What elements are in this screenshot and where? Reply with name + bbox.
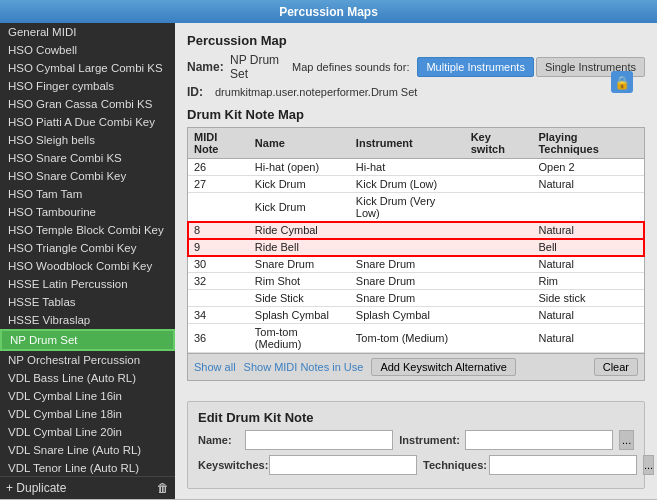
sidebar-item-14[interactable]: HSSE Latin Percussion xyxy=(0,275,175,293)
edit-section: Edit Drum Kit Note Name: Instrument: ...… xyxy=(187,401,645,489)
sidebar-item-1[interactable]: HSO Cowbell xyxy=(0,41,175,59)
edit-instrument-input[interactable] xyxy=(465,430,613,450)
drum-table-wrapper: MIDI Note Name Instrument Key switch Pla… xyxy=(187,127,645,381)
table-cell: Hi-hat xyxy=(350,159,465,176)
table-cell: Natural xyxy=(532,324,644,353)
clear-button[interactable]: Clear xyxy=(594,358,638,376)
sidebar-item-6[interactable]: HSO Sleigh bells xyxy=(0,131,175,149)
table-row[interactable]: 30Snare DrumSnare DrumNatural xyxy=(188,256,644,273)
col-instrument: Instrument xyxy=(350,128,465,159)
table-cell: Snare Drum xyxy=(350,273,465,290)
show-all-link[interactable]: Show all xyxy=(194,361,236,373)
table-row[interactable]: Kick DrumKick Drum (Very Low) xyxy=(188,193,644,222)
sidebar-item-9[interactable]: HSO Tam Tam xyxy=(0,185,175,203)
sidebar-item-21[interactable]: VDL Cymbal Line 18in xyxy=(0,405,175,423)
table-cell: 34 xyxy=(188,307,249,324)
edit-instrument-label: Instrument: xyxy=(399,434,459,446)
sidebar-item-17[interactable]: NP Drum Set xyxy=(0,329,175,351)
table-cell xyxy=(532,193,644,222)
table-row[interactable]: Side StickSnare DrumSide stick xyxy=(188,290,644,307)
map-defines-label: Map defines sounds for: xyxy=(292,61,409,73)
table-cell xyxy=(188,290,249,307)
table-row[interactable]: 9Ride BellBell xyxy=(188,239,644,256)
table-cell xyxy=(350,239,465,256)
name-value: NP Drum Set xyxy=(230,53,284,81)
table-row[interactable]: 27Kick DrumKick Drum (Low)Natural xyxy=(188,176,644,193)
add-keyswitch-button[interactable]: Add Keyswitch Alternative xyxy=(371,358,516,376)
table-cell xyxy=(465,176,533,193)
table-cell: Kick Drum (Low) xyxy=(350,176,465,193)
table-cell: Natural xyxy=(532,176,644,193)
show-midi-notes-link[interactable]: Show MIDI Notes in Use xyxy=(244,361,364,373)
sidebar-item-15[interactable]: HSSE Tablas xyxy=(0,293,175,311)
edit-keyswitch-row: Keyswitches: Techniques: ... Apply xyxy=(198,455,634,475)
id-label: ID: xyxy=(187,85,209,99)
instrument-browse-button[interactable]: ... xyxy=(619,430,634,450)
table-row[interactable]: 36Tom-tom (Medium)Tom-tom (Medium)Natura… xyxy=(188,324,644,353)
delete-icon: 🗑 xyxy=(157,481,169,495)
table-cell: Natural xyxy=(532,256,644,273)
sidebar-item-12[interactable]: HSO Triangle Combi Key xyxy=(0,239,175,257)
sidebar-item-18[interactable]: NP Orchestral Percussion xyxy=(0,351,175,369)
sidebar-item-11[interactable]: HSO Temple Block Combi Key xyxy=(0,221,175,239)
percussion-map-title: Percussion Map xyxy=(187,33,645,48)
sidebar-item-0[interactable]: General MIDI xyxy=(0,23,175,41)
sidebar-item-3[interactable]: HSO Finger cymbals xyxy=(0,77,175,95)
sidebar-item-10[interactable]: HSO Tambourine xyxy=(0,203,175,221)
sidebar-item-24[interactable]: VDL Tenor Line (Auto RL) xyxy=(0,459,175,476)
table-cell xyxy=(465,239,533,256)
sidebar-item-13[interactable]: HSO Woodblock Combi Key xyxy=(0,257,175,275)
table-row[interactable]: 32Rim ShotSnare DrumRim xyxy=(188,273,644,290)
table-cell: Bell xyxy=(532,239,644,256)
table-cell: Kick Drum xyxy=(249,193,350,222)
table-cell: Snare Drum xyxy=(249,256,350,273)
table-cell: Splash Cymbal xyxy=(249,307,350,324)
table-cell: 9 xyxy=(188,239,249,256)
drum-kit-title: Drum Kit Note Map xyxy=(187,107,645,122)
table-cell: 36 xyxy=(188,324,249,353)
col-keyswitch: Key switch xyxy=(465,128,533,159)
lock-button[interactable]: 🔒 xyxy=(611,71,633,93)
edit-name-input[interactable] xyxy=(245,430,393,450)
techniques-browse-button[interactable]: ... xyxy=(643,455,654,475)
table-row[interactable]: 8Ride CymbalNatural xyxy=(188,222,644,239)
edit-keyswitches-input[interactable] xyxy=(269,455,417,475)
table-cell xyxy=(350,222,465,239)
table-cell: Side stick xyxy=(532,290,644,307)
col-techniques: Playing Techniques xyxy=(532,128,644,159)
duplicate-button[interactable]: + Duplicate xyxy=(6,481,66,495)
id-value: drumkitmap.user.noteperformer.Drum Set xyxy=(215,86,417,98)
edit-name-row: Name: Instrument: ... xyxy=(198,430,634,450)
sidebar-item-20[interactable]: VDL Cymbal Line 16in xyxy=(0,387,175,405)
sidebar-item-8[interactable]: HSO Snare Combi Key xyxy=(0,167,175,185)
table-cell: Ride Bell xyxy=(249,239,350,256)
col-name: Name xyxy=(249,128,350,159)
table-cell: Snare Drum xyxy=(350,290,465,307)
sidebar-item-5[interactable]: HSO Piatti A Due Combi Key xyxy=(0,113,175,131)
table-cell: Natural xyxy=(532,307,644,324)
table-cell xyxy=(465,290,533,307)
table-cell: Splash Cymbal xyxy=(350,307,465,324)
sidebar-item-23[interactable]: VDL Snare Line (Auto RL) xyxy=(0,441,175,459)
table-cell xyxy=(465,222,533,239)
edit-section-title: Edit Drum Kit Note xyxy=(198,410,634,425)
sidebar-item-4[interactable]: HSO Gran Cassa Combi KS xyxy=(0,95,175,113)
sidebar-item-22[interactable]: VDL Cymbal Line 20in xyxy=(0,423,175,441)
table-row[interactable]: 26Hi-hat (open)Hi-hatOpen 2 xyxy=(188,159,644,176)
table-cell: Side Stick xyxy=(249,290,350,307)
multiple-instruments-button[interactable]: Multiple Instruments xyxy=(417,57,533,77)
duplicate-label: + Duplicate xyxy=(6,481,66,495)
sidebar-item-7[interactable]: HSO Snare Combi KS xyxy=(0,149,175,167)
table-cell: Open 2 xyxy=(532,159,644,176)
title-label: Percussion Maps xyxy=(279,5,378,19)
sidebar-item-16[interactable]: HSSE Vibraslap xyxy=(0,311,175,329)
edit-techniques-input[interactable] xyxy=(489,455,637,475)
table-cell: 32 xyxy=(188,273,249,290)
table-cell: Ride Cymbal xyxy=(249,222,350,239)
table-cell xyxy=(188,193,249,222)
sidebar-item-2[interactable]: HSO Cymbal Large Combi KS xyxy=(0,59,175,77)
delete-button[interactable]: 🗑 xyxy=(157,481,169,495)
table-cell: Natural xyxy=(532,222,644,239)
sidebar-item-19[interactable]: VDL Bass Line (Auto RL) xyxy=(0,369,175,387)
table-row[interactable]: 34Splash CymbalSplash CymbalNatural xyxy=(188,307,644,324)
